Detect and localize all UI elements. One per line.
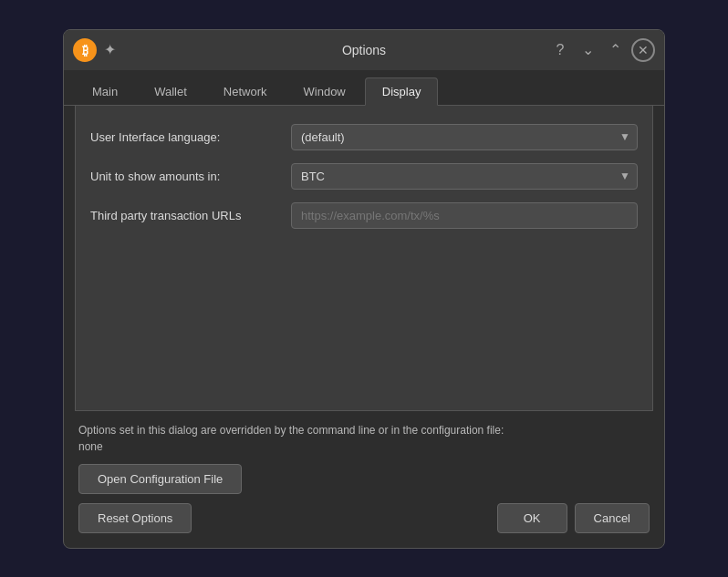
tab-wallet[interactable]: Wallet <box>137 77 204 105</box>
window-title: Options <box>342 43 386 57</box>
url-label: Third party transaction URLs <box>90 202 291 222</box>
title-bar-left: ₿ ✦ <box>73 38 116 62</box>
url-control <box>291 202 638 229</box>
minimize-button[interactable]: ⌄ <box>577 39 598 61</box>
reset-options-button[interactable]: Reset Options <box>78 503 192 533</box>
bitcoin-icon: ₿ <box>73 38 97 62</box>
unit-row: Unit to show amounts in: BTC mBTC μBTC S… <box>90 163 638 190</box>
options-window: ₿ ✦ Options ? ⌄ ⌃ ✕ Main Wallet Network … <box>63 29 665 549</box>
footer: Options set in this dialog are overridde… <box>64 411 664 548</box>
unit-select[interactable]: BTC mBTC μBTC Satoshi <box>291 163 638 190</box>
tab-display[interactable]: Display <box>365 77 439 106</box>
right-buttons: OK Cancel <box>497 503 650 533</box>
maximize-button[interactable]: ⌃ <box>604 39 626 61</box>
url-input[interactable] <box>291 202 638 229</box>
tab-network[interactable]: Network <box>206 77 285 105</box>
cancel-button[interactable]: Cancel <box>575 503 650 533</box>
footer-buttons-top: Open Configuration File <box>78 464 650 494</box>
content-panel: User Interface language: (default) Engli… <box>75 106 653 411</box>
tabs-bar: Main Wallet Network Window Display <box>64 70 664 106</box>
title-bar-controls: ? ⌄ ⌃ ✕ <box>549 38 655 62</box>
url-row: Third party transaction URLs <box>90 202 638 229</box>
help-button[interactable]: ? <box>549 39 571 61</box>
language-row: User Interface language: (default) Engli… <box>90 124 638 150</box>
title-bar: ₿ ✦ Options ? ⌄ ⌃ ✕ <box>64 30 664 70</box>
tab-main[interactable]: Main <box>75 77 135 105</box>
language-select-wrapper: (default) English Spanish French ▼ <box>291 124 638 150</box>
unit-control: BTC mBTC μBTC Satoshi ▼ <box>291 163 638 190</box>
unit-select-wrapper: BTC mBTC μBTC Satoshi ▼ <box>291 163 638 190</box>
close-button[interactable]: ✕ <box>631 38 655 62</box>
language-control: (default) English Spanish French ▼ <box>291 124 638 150</box>
pin-icon[interactable]: ✦ <box>104 41 116 58</box>
footer-buttons-bottom: Reset Options OK Cancel <box>78 503 650 548</box>
info-text: Options set in this dialog are overridde… <box>78 422 650 455</box>
open-config-button[interactable]: Open Configuration File <box>78 464 242 494</box>
unit-label: Unit to show amounts in: <box>90 170 291 183</box>
ok-button[interactable]: OK <box>497 503 567 533</box>
language-label: User Interface language: <box>90 130 291 144</box>
tab-window[interactable]: Window <box>286 77 363 105</box>
language-select[interactable]: (default) English Spanish French <box>291 124 638 150</box>
